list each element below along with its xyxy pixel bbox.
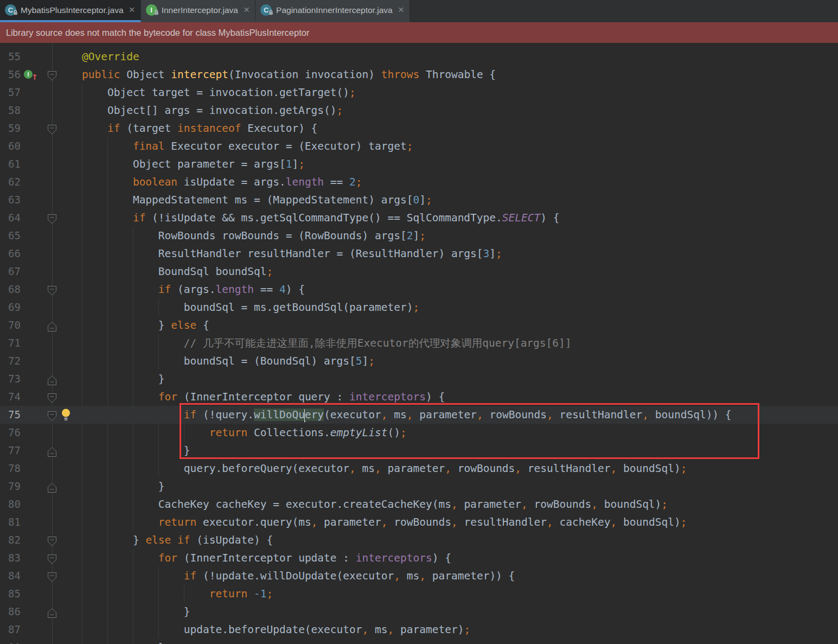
line-number[interactable]: 63 xyxy=(0,191,21,209)
line-number[interactable]: 58 xyxy=(0,101,21,119)
line-number[interactable]: 71 xyxy=(0,334,21,352)
code-line[interactable]: 76 return Collections.emptyList(); xyxy=(0,424,838,442)
line-number[interactable]: 70 xyxy=(0,316,21,334)
line-number[interactable]: 72 xyxy=(0,352,21,370)
override-up-arrow-icon[interactable]: ↑ xyxy=(31,67,37,85)
code-line[interactable]: 75 if (!query.willDoQuery(executor, ms, … xyxy=(0,406,838,424)
code-line[interactable]: 56I↑ public Object intercept(Invocation … xyxy=(0,66,838,84)
code-token: Executor executor = (Executor) target xyxy=(165,140,407,152)
line-number[interactable]: 86 xyxy=(0,603,21,621)
line-number[interactable]: 80 xyxy=(0,495,21,513)
code-line[interactable]: 67 BoundSql boundSql; xyxy=(0,263,838,280)
code-line[interactable]: 77 } xyxy=(0,442,838,460)
line-number[interactable]: 55 xyxy=(0,48,21,66)
code-line[interactable]: 63 MappedStatement ms = (MappedStatement… xyxy=(0,191,838,209)
fold-up-marker-icon[interactable] xyxy=(47,320,57,331)
line-number[interactable]: 60 xyxy=(0,137,21,155)
fold-down-marker-icon[interactable] xyxy=(47,553,57,564)
code-token: ; xyxy=(400,426,407,439)
line-number[interactable]: 66 xyxy=(0,245,21,263)
line-number[interactable]: 62 xyxy=(0,173,21,191)
code-line[interactable]: 78 query.beforeQuery(executor, ms, param… xyxy=(0,460,838,477)
code-line[interactable]: 74 for (InnerInterceptor query : interce… xyxy=(0,388,838,406)
code-token: for xyxy=(158,552,177,564)
line-number[interactable]: 85 xyxy=(0,585,21,603)
fold-down-marker-icon[interactable] xyxy=(47,123,57,134)
close-icon[interactable]: × xyxy=(398,4,404,15)
code-editor[interactable]: 55 @Override56I↑ public Object intercept… xyxy=(0,43,838,644)
line-number[interactable]: 82 xyxy=(0,531,21,549)
tab-paginationinnerinterceptor[interactable]: CPaginationInnerInterceptor.java× xyxy=(255,0,410,22)
code-line[interactable]: 57 Object target = invocation.getTarget(… xyxy=(0,84,838,101)
code-line[interactable]: 69 boundSql = ms.getBoundSql(parameter); xyxy=(0,298,838,316)
code-line[interactable]: 72 boundSql = (BoundSql) args[5]; xyxy=(0,352,838,370)
close-icon[interactable]: × xyxy=(129,4,135,15)
code-line[interactable]: 70 } else { xyxy=(0,316,838,334)
code-line[interactable]: 71 // 几乎不可能走进这里面,除非使用Executor的代理对象调用quer… xyxy=(0,334,838,352)
code-line[interactable]: 84 if (!update.willDoUpdate(executor, ms… xyxy=(0,567,838,585)
code-line[interactable]: 68 if (args.length == 4) { xyxy=(0,280,838,298)
fold-up-marker-icon[interactable] xyxy=(47,445,57,456)
fold-up-marker-icon[interactable] xyxy=(47,374,57,385)
line-number[interactable]: 87 xyxy=(0,621,21,639)
code-token: throws xyxy=(381,68,419,81)
fold-down-marker-icon[interactable] xyxy=(47,392,57,403)
code-line[interactable]: 82 } else if (isUpdate) { xyxy=(0,531,838,549)
fold-down-marker-icon[interactable] xyxy=(47,410,57,420)
code-line[interactable]: 62 boolean isUpdate = args.length == 2; xyxy=(0,173,838,191)
code-line[interactable]: 85 return -1; xyxy=(0,585,838,603)
line-number[interactable]: 69 xyxy=(0,298,21,316)
line-number[interactable]: 83 xyxy=(0,549,21,567)
code-line[interactable]: 81 return executor.query(ms, parameter, … xyxy=(0,513,838,531)
code-line[interactable]: 65 RowBounds rowBounds = (RowBounds) arg… xyxy=(0,227,838,245)
line-number[interactable]: 64 xyxy=(0,209,21,227)
code-line[interactable]: 59 if (target instanceof Executor) { xyxy=(0,119,838,137)
code-line[interactable]: 55 @Override xyxy=(0,48,838,66)
fold-down-marker-icon[interactable] xyxy=(47,284,57,295)
line-number[interactable]: 84 xyxy=(0,567,21,585)
code-token: return xyxy=(209,426,247,439)
line-number[interactable]: 88 xyxy=(0,639,21,644)
code-token: boundSql)) { xyxy=(649,409,732,421)
line-number[interactable]: 56 xyxy=(0,66,21,84)
line-number[interactable]: 61 xyxy=(0,155,21,173)
code-line[interactable]: 61 Object parameter = args[1]; xyxy=(0,155,838,173)
code-line[interactable]: 87 update.beforeUpdate(executor, ms, par… xyxy=(0,621,838,639)
code-line[interactable]: 86 } xyxy=(0,603,838,621)
line-number[interactable]: 78 xyxy=(0,460,21,477)
code-line[interactable]: 80 CacheKey cacheKey = executor.createCa… xyxy=(0,495,838,513)
line-number[interactable]: 73 xyxy=(0,370,21,388)
code-line[interactable]: 73 } xyxy=(0,370,838,388)
fold-down-marker-icon[interactable] xyxy=(47,213,57,224)
code-line[interactable]: 64 if (!isUpdate && ms.getSqlCommandType… xyxy=(0,209,838,227)
code-line[interactable]: 83 for (InnerInterceptor update : interc… xyxy=(0,549,838,567)
line-number[interactable]: 74 xyxy=(0,388,21,406)
line-number[interactable]: 81 xyxy=(0,513,21,531)
code-text: for (InnerInterceptor update : intercept… xyxy=(56,549,451,567)
code-line[interactable]: 66 ResultHandler resultHandler = (Result… xyxy=(0,245,838,263)
code-text: Object[] args = invocation.getArgs(); xyxy=(56,101,343,119)
line-number[interactable]: 77 xyxy=(0,442,21,460)
line-number[interactable]: 68 xyxy=(0,280,21,298)
fold-down-marker-icon[interactable] xyxy=(47,571,57,582)
line-number[interactable]: 67 xyxy=(0,263,21,280)
line-number[interactable]: 75 xyxy=(0,406,21,424)
fold-up-marker-icon[interactable] xyxy=(47,481,57,492)
fold-down-marker-icon[interactable] xyxy=(47,535,57,546)
code-token: boundSql) xyxy=(617,462,680,475)
line-number[interactable]: 57 xyxy=(0,84,21,101)
code-line[interactable]: 79 } xyxy=(0,477,838,495)
tab-innerinterceptor[interactable]: IInnerInterceptor.java× xyxy=(141,0,255,22)
line-number[interactable]: 65 xyxy=(0,227,21,245)
fold-up-marker-icon[interactable] xyxy=(47,607,57,617)
code-line[interactable]: 60 final Executor executor = (Executor) … xyxy=(0,137,838,155)
line-number[interactable]: 76 xyxy=(0,424,21,442)
line-number[interactable]: 59 xyxy=(0,119,21,137)
highlighted-identifier: willDoQu xyxy=(254,409,305,421)
line-number[interactable]: 79 xyxy=(0,477,21,495)
code-line[interactable]: 88 } xyxy=(0,639,838,644)
fold-down-marker-icon[interactable] xyxy=(47,69,57,80)
close-icon[interactable]: × xyxy=(244,4,250,15)
code-line[interactable]: 58 Object[] args = invocation.getArgs(); xyxy=(0,101,838,119)
tab-mybatisplusinterceptor[interactable]: CMybatisPlusInterceptor.java× xyxy=(0,0,141,22)
